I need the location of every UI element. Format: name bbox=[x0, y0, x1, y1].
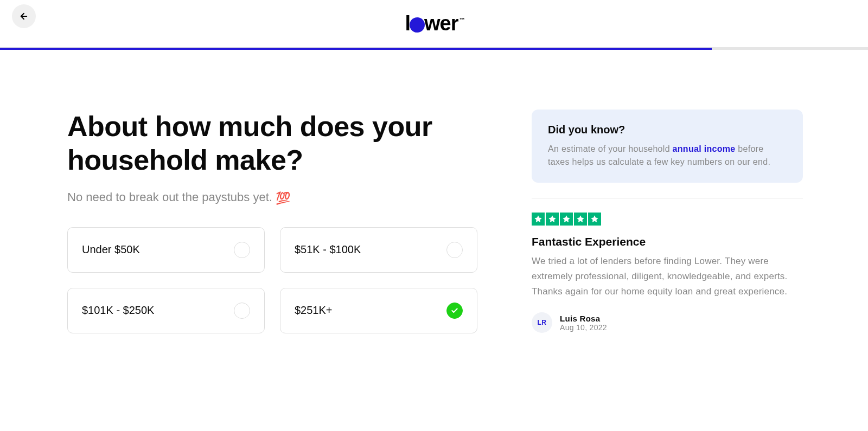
option-label: $51K - $100K bbox=[295, 243, 361, 256]
radio-icon bbox=[234, 303, 250, 319]
radio-icon bbox=[446, 242, 463, 258]
check-icon bbox=[451, 307, 458, 314]
back-button[interactable] bbox=[12, 4, 36, 28]
avatar: LR bbox=[532, 312, 552, 333]
info-box: Did you know? An estimate of your househ… bbox=[532, 110, 803, 183]
option-251k-plus[interactable]: $251K+ bbox=[280, 288, 477, 333]
logo-text-after: wer bbox=[424, 12, 458, 35]
svg-marker-1 bbox=[534, 215, 541, 222]
logo-dot-icon bbox=[410, 17, 425, 33]
reviewer-date: Aug 10, 2022 bbox=[560, 323, 607, 332]
hundred-emoji: 💯 bbox=[276, 191, 290, 205]
radio-icon bbox=[234, 242, 250, 258]
progress-bar bbox=[0, 48, 868, 50]
svg-marker-5 bbox=[591, 215, 598, 222]
option-51k-100k[interactable]: $51K - $100K bbox=[280, 227, 477, 273]
progress-fill bbox=[0, 48, 712, 50]
option-label: $101K - $250K bbox=[82, 304, 154, 317]
arrow-left-icon bbox=[19, 11, 29, 21]
reviewer-info: Luis Rosa Aug 10, 2022 bbox=[560, 314, 607, 332]
star-rating bbox=[532, 213, 803, 226]
divider bbox=[532, 198, 803, 198]
option-label: Under $50K bbox=[82, 243, 140, 256]
reviewer: LR Luis Rosa Aug 10, 2022 bbox=[532, 312, 803, 333]
option-101k-250k[interactable]: $101K - $250K bbox=[67, 288, 265, 333]
logo: l wer ™ bbox=[405, 12, 463, 35]
header: l wer ™ bbox=[0, 0, 868, 48]
question-title: About how much does your household make? bbox=[67, 110, 477, 177]
options-grid: Under $50K $51K - $100K $101K - $250K $2… bbox=[67, 227, 477, 333]
star-icon bbox=[546, 213, 559, 226]
question-subtitle: No need to break out the paystubs yet. 💯 bbox=[67, 190, 477, 205]
star-icon bbox=[574, 213, 587, 226]
svg-marker-2 bbox=[548, 215, 556, 222]
logo-trademark: ™ bbox=[459, 17, 464, 23]
star-icon bbox=[532, 213, 545, 226]
reviewer-name: Luis Rosa bbox=[560, 314, 607, 323]
question-panel: About how much does your household make?… bbox=[67, 110, 477, 333]
info-title: Did you know? bbox=[548, 124, 787, 136]
svg-marker-4 bbox=[577, 215, 584, 222]
review-body: We tried a lot of lenders before finding… bbox=[532, 254, 803, 299]
star-icon bbox=[560, 213, 573, 226]
radio-selected-icon bbox=[446, 303, 463, 319]
info-text: An estimate of your household annual inc… bbox=[548, 143, 787, 169]
option-under-50k[interactable]: Under $50K bbox=[67, 227, 265, 273]
star-icon bbox=[588, 213, 601, 226]
content-area: About how much does your household make?… bbox=[0, 50, 868, 333]
review-title: Fantastic Experience bbox=[532, 235, 803, 248]
option-label: $251K+ bbox=[295, 304, 333, 317]
info-highlight: annual income bbox=[673, 144, 736, 153]
svg-marker-3 bbox=[563, 215, 570, 222]
sidebar-panel: Did you know? An estimate of your househ… bbox=[532, 110, 803, 333]
